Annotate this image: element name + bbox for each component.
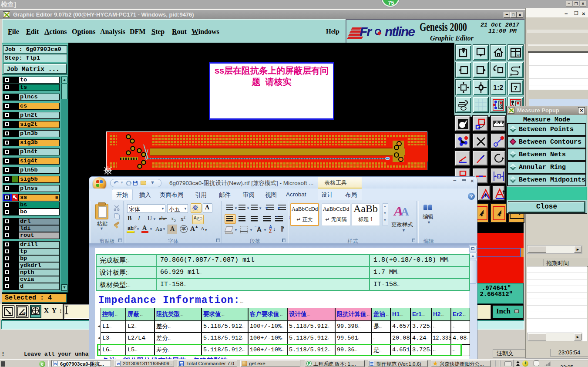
svg-text:xy: xy: [517, 54, 520, 57]
svg-text:?: ?: [514, 84, 517, 91]
svg-text:1:2: 1:2: [493, 84, 503, 91]
svg-text:4: 4: [498, 175, 500, 178]
svg-text:ok: ok: [22, 312, 26, 315]
